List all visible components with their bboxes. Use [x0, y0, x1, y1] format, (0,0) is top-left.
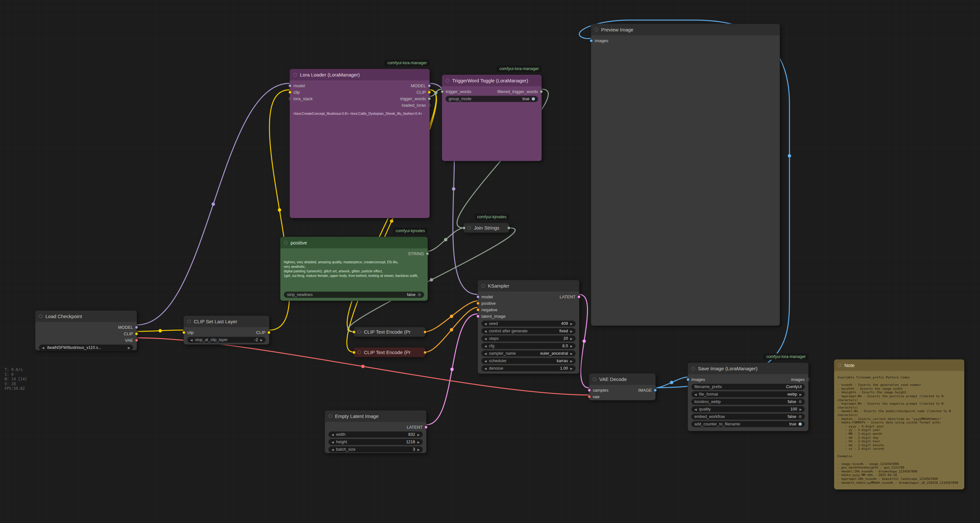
widget-seed[interactable]: ◀seed409▶ [481, 320, 576, 327]
decrement-arrow[interactable]: ◀ [484, 352, 487, 355]
widget-sampler_name[interactable]: ◀sampler_nameeuler_ancestral▶ [481, 350, 576, 357]
widget-group_mode[interactable]: group_modetrue [445, 96, 538, 102]
input-port-clip[interactable] [289, 91, 291, 94]
increment-arrow[interactable]: ▶ [417, 448, 420, 451]
decrement-arrow[interactable]: ◀ [484, 367, 487, 370]
collapse-button[interactable] [691, 367, 695, 370]
node-header[interactable]: TriggerWord Toggle (LoraManager) [442, 75, 541, 86]
input-port-model[interactable] [289, 84, 291, 87]
node-header[interactable]: positive [280, 237, 428, 248]
widget-stop_at_clip_layer[interactable]: ◀stop_at_clip_layer-2▶ [187, 336, 266, 343]
node-header[interactable]: Note [834, 360, 964, 371]
node-preview-image[interactable]: Preview Imageimages [591, 24, 780, 326]
widget-steps[interactable]: ◀steps20▶ [481, 335, 576, 342]
node-lora-loader[interactable]: Lora Loader (LoraManager)modelMODELclipC… [290, 69, 430, 218]
collapse-button[interactable] [357, 330, 361, 334]
input-port-lora_stack[interactable] [289, 97, 291, 100]
input-port-trigger_words[interactable] [441, 90, 444, 93]
output-port-VAE[interactable] [135, 339, 138, 342]
node-header[interactable]: Lora Loader (LoraManager) [290, 69, 430, 81]
increment-arrow[interactable]: ▶ [800, 407, 802, 411]
prompt-text[interactable]: <lora:CreateConcept_Illustrious:0.8> <lo… [290, 108, 430, 215]
increment-arrow[interactable]: ▶ [260, 338, 262, 342]
output-port-filtered_trigger_words[interactable] [540, 90, 543, 93]
output-port-MODEL[interactable] [428, 84, 431, 87]
node-header[interactable]: Load Checkpoint [35, 311, 137, 322]
increment-arrow[interactable]: ▶ [570, 344, 573, 348]
widget-control after generate[interactable]: ◀control after generatefixed▶ [481, 328, 576, 334]
toggle-indicator[interactable] [418, 293, 421, 296]
widget-lossless_webp[interactable]: lossless_webpfalse [691, 398, 805, 405]
collapse-button[interactable] [468, 226, 471, 230]
output-port-STRING[interactable] [426, 252, 429, 255]
input-port-samples[interactable] [588, 389, 591, 392]
decrement-arrow[interactable]: ◀ [331, 440, 334, 444]
widget-width[interactable]: ◀width832▶ [328, 431, 423, 438]
node-header[interactable]: KSampler [478, 280, 579, 292]
node-join-strings[interactable]: Join Strings [463, 223, 509, 233]
decrement-arrow[interactable]: ◀ [484, 330, 487, 333]
note-text[interactable]: Available filename_prefix Pattern Codes … [834, 373, 964, 487]
input-port[interactable] [353, 351, 355, 354]
input-port-model[interactable] [477, 295, 479, 298]
node-header[interactable]: CLIP Text Encode (Pr [354, 327, 425, 336]
widget-add_counter_to_filename[interactable]: add_counter_to_filenametrue [691, 421, 805, 427]
widget-value[interactable]: ◀ilwaiNSFWIllustrious_v110.s...▶ [39, 344, 134, 351]
widget-denoise[interactable]: ◀denoise1.00▶ [481, 365, 576, 372]
output-port-images[interactable] [807, 378, 810, 381]
widget-quality[interactable]: ◀quality100▶ [691, 406, 805, 412]
increment-arrow[interactable]: ▶ [417, 440, 420, 444]
collapse-button[interactable] [357, 350, 361, 354]
collapse-button[interactable] [838, 363, 842, 367]
node-header[interactable]: Save Image (LoraManager) [688, 363, 808, 374]
widget-height[interactable]: ◀height1216▶ [328, 439, 423, 445]
output-port-CLIP[interactable] [428, 91, 431, 94]
collapse-button[interactable] [187, 320, 191, 323]
widget-embed_workflow[interactable]: embed_workflowfalse [691, 414, 805, 420]
widget-filename_prefix[interactable]: filename_prefixComfyUI [691, 384, 805, 390]
node-load-checkpoint[interactable]: Load CheckpointMODELCLIPVAE◀ilwaiNSFWIll… [35, 310, 137, 350]
node-empty-latent-image[interactable]: Empty Latent ImageLATENT◀width832▶◀heigh… [325, 410, 426, 453]
collapse-button[interactable] [481, 284, 485, 288]
output-port[interactable] [424, 330, 426, 333]
prompt-text[interactable]: highres, very detailed, amazing quality,… [280, 257, 428, 290]
decrement-arrow[interactable]: ◀ [484, 359, 487, 363]
output-port-trigger_words[interactable] [428, 97, 431, 100]
decrement-arrow[interactable]: ◀ [484, 322, 487, 325]
node-header[interactable]: CLIP Text Encode (Pr [354, 347, 425, 357]
collapse-button[interactable] [293, 73, 297, 76]
toggle-indicator[interactable] [532, 97, 535, 100]
node-ksampler[interactable]: KSamplermodelLATENTpositivenegativelaten… [477, 280, 579, 374]
decrement-arrow[interactable]: ◀ [190, 338, 192, 342]
input-port-negative[interactable] [477, 308, 479, 311]
collapse-button[interactable] [446, 79, 449, 82]
node-graph-canvas[interactable]: Load CheckpointMODELCLIPVAE◀ilwaiNSFWIll… [0, 0, 980, 523]
widget-cfg[interactable]: ◀cfg8.0▶ [481, 343, 576, 349]
node-header[interactable]: CLIP Set Last Layer [184, 316, 269, 327]
collapse-button[interactable] [284, 241, 288, 244]
decrement-arrow[interactable]: ◀ [694, 393, 697, 396]
output-port-IMAGE[interactable] [654, 389, 657, 392]
widget-scheduler[interactable]: ◀schedulerkarras▶ [481, 358, 576, 364]
output-port[interactable] [424, 351, 426, 354]
increment-arrow[interactable]: ▶ [128, 346, 130, 350]
output-port-CLIP[interactable] [267, 331, 270, 334]
node-note[interactable]: NoteAvailable filename_prefix Pattern Co… [834, 359, 964, 490]
increment-arrow[interactable]: ▶ [570, 352, 573, 355]
input-port-images[interactable] [687, 378, 689, 381]
collapse-button[interactable] [595, 28, 598, 32]
decrement-arrow[interactable]: ◀ [331, 448, 334, 451]
input-port-images[interactable] [590, 39, 593, 42]
toggle-indicator[interactable] [799, 415, 802, 418]
decrement-arrow[interactable]: ◀ [694, 407, 697, 411]
decrement-arrow[interactable]: ◀ [484, 344, 487, 348]
toggle-indicator[interactable] [799, 400, 802, 403]
increment-arrow[interactable]: ▶ [570, 322, 573, 325]
node-positive-string[interactable]: positiveSTRINGhighres, very detailed, am… [280, 237, 428, 301]
node-triggerword-toggle[interactable]: TriggerWord Toggle (LoraManager)trigger_… [442, 74, 542, 161]
increment-arrow[interactable]: ▶ [417, 433, 420, 436]
input-port-latent_image[interactable] [477, 315, 479, 318]
collapse-button[interactable] [329, 414, 332, 418]
output-port-loaded_loras[interactable] [428, 104, 431, 107]
input-port[interactable] [353, 330, 355, 333]
